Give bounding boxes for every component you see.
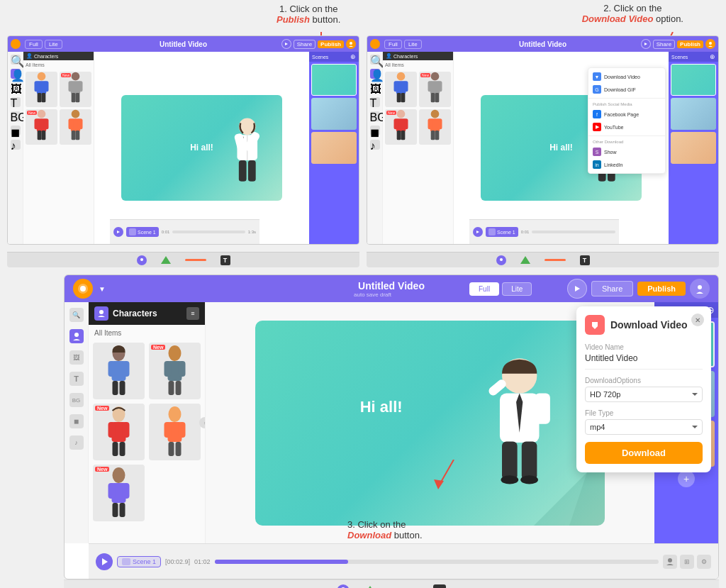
mini-share-btn[interactable]: Share: [294, 40, 315, 49]
mini-characters-icon-r[interactable]: 👤: [370, 69, 380, 79]
mini-scene-1[interactable]: [311, 64, 357, 96]
mini-tl-play[interactable]: [113, 227, 123, 237]
mini-music-icon-r[interactable]: ♪: [370, 140, 380, 150]
mini-sidebar-left: 🔍 👤 🖼 T BG ◼ ♪: [8, 52, 23, 244]
mini-scene-r1[interactable]: [671, 64, 716, 96]
dropdown-linkedin[interactable]: in LinkedIn: [588, 158, 665, 171]
download-gif-icon: G: [593, 85, 601, 94]
mini-tab-full[interactable]: Full: [25, 40, 43, 49]
large-char-1[interactable]: [93, 343, 145, 399]
mini-user-bottom-r: [496, 255, 506, 265]
mini-search-icon[interactable]: 🔍: [11, 55, 21, 65]
dropdown-download-gif[interactable]: G Download GIF: [588, 83, 665, 96]
tl-settings-icon[interactable]: ⚙: [697, 555, 711, 569]
mini-share-btn-r[interactable]: Share: [653, 40, 675, 49]
mini-timeline-left: Scene 1 0:01 1:3s: [110, 219, 259, 244]
mini-tab-lite-r[interactable]: Lite: [404, 40, 422, 49]
mini-search-icon-r[interactable]: 🔍: [370, 55, 380, 65]
panel-filter-btn[interactable]: ≡: [186, 307, 199, 320]
mini-text-icon[interactable]: T: [11, 97, 21, 107]
large-char-2[interactable]: New: [149, 343, 201, 399]
large-share-btn[interactable]: Share: [591, 281, 633, 296]
modal-close-btn[interactable]: ✕: [691, 314, 704, 326]
dropdown-facebook[interactable]: f Facebook Page: [588, 108, 665, 121]
mini-char-3[interactable]: New: [26, 109, 57, 145]
tl-grid-icon[interactable]: ⊞: [680, 555, 694, 569]
mini-publish-btn[interactable]: Publish: [318, 40, 344, 48]
large-text-icon[interactable]: T: [69, 372, 84, 386]
mini-play-btn-r[interactable]: [641, 39, 651, 49]
mini-timeline-right: Scene 1 0:01: [469, 219, 619, 244]
large-char-4[interactable]: [149, 404, 201, 460]
file-type-select[interactable]: mp4: [585, 419, 703, 435]
svg-rect-47: [397, 93, 401, 102]
svg-rect-53: [431, 93, 435, 102]
mini-scene-2[interactable]: [311, 98, 357, 130]
mini-char-r3[interactable]: New: [385, 109, 417, 145]
mini-bg-icon-r[interactable]: BG: [370, 111, 380, 121]
mini-char-r2[interactable]: New: [419, 72, 451, 107]
mini-scenes-right: Scenes ⊕: [669, 52, 718, 244]
dropdown-youtube[interactable]: ▶ YouTube: [588, 121, 665, 133]
mini-char-r1[interactable]: [385, 72, 417, 107]
mini-shape-icon-r[interactable]: ◼: [370, 126, 380, 135]
panel-collapse-arrow[interactable]: ›: [199, 417, 206, 428]
modal-download-btn[interactable]: Download: [585, 442, 703, 464]
mini-tab-lite[interactable]: Lite: [45, 40, 62, 49]
mini-scene-3[interactable]: [311, 132, 357, 164]
large-bg-icon[interactable]: BG: [69, 393, 84, 407]
mini-char-2[interactable]: New: [60, 72, 91, 107]
svg-rect-94: [176, 381, 182, 395]
svg-rect-98: [123, 422, 130, 438]
dropdown-show[interactable]: S Show: [588, 145, 665, 158]
tl-progress-bar[interactable]: [215, 560, 659, 564]
large-char-5[interactable]: New: [93, 465, 145, 521]
large-shapes-icon[interactable]: ◼: [69, 414, 84, 428]
svg-rect-88: [120, 381, 125, 395]
tl-play-btn[interactable]: [96, 553, 113, 570]
tl-avatar-icon[interactable]: [663, 555, 677, 569]
mini-tab-full-r[interactable]: Full: [384, 40, 402, 49]
mini-template-icon[interactable]: 🖼: [11, 83, 21, 93]
large-tab-lite[interactable]: Lite: [502, 282, 532, 296]
mini-scene-r2[interactable]: [671, 98, 716, 130]
mini-char-4[interactable]: [60, 109, 91, 145]
mini-triangle-l: [161, 256, 171, 264]
large-characters-icon[interactable]: [69, 329, 84, 343]
mini-music-icon[interactable]: ♪: [11, 140, 21, 150]
mini-tl-play-r[interactable]: [473, 227, 483, 237]
mini-char-1[interactable]: [26, 72, 57, 107]
large-play-btn[interactable]: [567, 279, 587, 299]
svg-rect-60: [401, 131, 406, 140]
large-publish-btn[interactable]: Publish: [637, 282, 686, 296]
mini-bg-icon[interactable]: BG: [11, 111, 21, 121]
new-badge-large-5: New: [95, 467, 109, 472]
add-scene-button[interactable]: +: [678, 470, 695, 487]
large-search-icon[interactable]: 🔍: [69, 308, 84, 322]
large-char-3[interactable]: New: [93, 404, 145, 460]
mini-scene-r3[interactable]: [671, 132, 716, 164]
svg-rect-97: [108, 422, 116, 438]
svg-rect-92: [179, 361, 186, 377]
mini-char-r4[interactable]: [419, 109, 451, 145]
tl-time-total: 01:02: [194, 558, 211, 565]
mini-text-icon-r[interactable]: T: [370, 97, 380, 107]
mini-template-icon-r[interactable]: 🖼: [370, 83, 380, 93]
svg-marker-74: [476, 231, 479, 233]
svg-rect-12: [42, 93, 46, 102]
download-options-select[interactable]: HD 720p: [585, 387, 703, 402]
mini-publish-btn-r[interactable]: Publish: [677, 40, 703, 48]
svg-point-82: [99, 310, 104, 314]
svg-point-49: [431, 72, 440, 81]
large-tab-full[interactable]: Full: [469, 282, 499, 296]
mini-shape-icon[interactable]: ◼: [11, 126, 21, 135]
large-panel-header: Characters ≡: [89, 302, 205, 325]
large-music-icon[interactable]: ♪: [69, 436, 84, 450]
file-type-label: File Type: [585, 409, 703, 417]
mini-user-icon: [346, 39, 356, 49]
dropdown-download-video[interactable]: ▼ Download Video: [588, 70, 665, 83]
svg-rect-58: [403, 118, 408, 129]
mini-characters-icon[interactable]: 👤: [11, 69, 21, 79]
large-template-icon[interactable]: 🖼: [69, 350, 84, 365]
mini-play-btn[interactable]: [281, 39, 291, 49]
